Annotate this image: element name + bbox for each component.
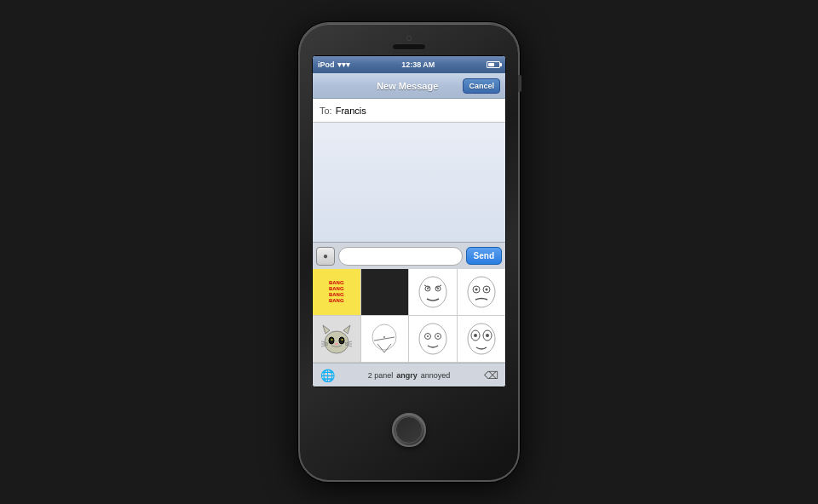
send-button[interactable]: Send xyxy=(466,247,502,265)
keyboard-bar: 🌐 2 panel angry annoyed ⌫ xyxy=(313,363,505,387)
sticker-bangbang[interactable]: BANGBANGBANGBANG xyxy=(313,269,361,315)
svg-point-11 xyxy=(485,289,487,291)
sticker-dark1[interactable] xyxy=(361,269,410,315)
message-input[interactable] xyxy=(338,247,463,266)
svg-point-40 xyxy=(486,334,489,337)
svg-point-4 xyxy=(437,288,439,289)
cat-meme xyxy=(313,316,360,362)
power-button[interactable] xyxy=(518,75,521,92)
ok-face xyxy=(409,316,457,362)
svg-point-17 xyxy=(331,339,332,341)
bangbang-meme: BANGBANGBANGBANG xyxy=(313,269,360,315)
nav-title: New Message xyxy=(352,81,463,91)
sticker-rage2[interactable] xyxy=(458,269,506,315)
sticker-stick2[interactable] xyxy=(361,316,410,362)
rage-face-svg xyxy=(416,273,450,311)
nav-bar: New Message Cancel xyxy=(313,73,505,99)
status-left: iPod ▾▾▾ xyxy=(318,60,350,69)
phone-device: iPod ▾▾▾ 12:38 AM New Message Cancel To:… xyxy=(298,22,520,482)
battery-icon xyxy=(487,61,500,68)
svg-point-27 xyxy=(383,336,385,338)
carrier-label: iPod xyxy=(318,60,335,69)
stick-svg xyxy=(367,320,401,358)
home-button-inner xyxy=(395,416,423,444)
to-value: Francis xyxy=(336,106,366,116)
tag-2panel: 2 panel xyxy=(368,371,394,380)
svg-point-18 xyxy=(341,339,343,341)
dark-meme xyxy=(361,269,409,315)
keyboard-tags: 2 panel angry annoyed xyxy=(368,371,451,380)
svg-point-7 xyxy=(468,277,495,307)
status-right xyxy=(487,61,500,68)
svg-point-35 xyxy=(437,335,439,337)
cancel-button[interactable]: Cancel xyxy=(463,78,500,94)
input-bar: ● Send xyxy=(313,242,505,269)
status-time: 12:38 AM xyxy=(401,60,435,69)
phone-bottom xyxy=(392,387,426,472)
battery-fill xyxy=(488,63,494,66)
svg-point-39 xyxy=(474,334,477,337)
ok-face-svg xyxy=(416,320,450,358)
svg-point-10 xyxy=(475,289,477,291)
speaker-camera-area xyxy=(392,36,426,50)
svg-point-16 xyxy=(339,337,344,344)
sticker-wide[interactable] xyxy=(458,316,506,362)
backspace-button[interactable]: ⌫ xyxy=(481,366,500,385)
to-label: To: xyxy=(320,106,332,116)
stick-meme xyxy=(361,316,409,362)
rage-face-2-svg xyxy=(464,273,498,311)
home-button[interactable] xyxy=(392,413,426,447)
status-bar: iPod ▾▾▾ 12:38 AM xyxy=(313,56,505,73)
cat-svg xyxy=(318,320,355,358)
svg-point-12 xyxy=(325,331,349,353)
camera-button[interactable]: ● xyxy=(316,247,335,266)
svg-marker-14 xyxy=(343,325,350,334)
phone-top xyxy=(307,32,511,52)
svg-point-3 xyxy=(427,288,429,289)
sticker-row-2 xyxy=(313,316,505,363)
phone-screen: iPod ▾▾▾ 12:38 AM New Message Cancel To:… xyxy=(312,55,506,387)
rage-face-2 xyxy=(458,269,506,315)
svg-point-31 xyxy=(419,324,446,354)
sticker-row-1: BANGBANGBANGBANG xyxy=(313,269,505,316)
tag-angry: angry xyxy=(396,371,418,380)
sticker-rage1[interactable] xyxy=(409,269,458,315)
globe-button[interactable]: 🌐 xyxy=(318,366,337,385)
tag-annoyed: annoyed xyxy=(421,371,451,380)
wide-face xyxy=(458,316,506,362)
rage-face-1 xyxy=(409,269,457,315)
to-field[interactable]: To: Francis xyxy=(313,99,505,123)
sticker-cat[interactable] xyxy=(313,316,361,362)
camera-dot xyxy=(406,36,412,41)
svg-point-19 xyxy=(335,343,338,346)
message-area[interactable] xyxy=(313,123,505,242)
svg-marker-13 xyxy=(323,325,330,334)
svg-point-34 xyxy=(427,335,429,337)
sticker-ok[interactable] xyxy=(409,316,458,362)
svg-point-0 xyxy=(419,277,446,307)
svg-point-15 xyxy=(329,337,334,344)
wide-face-svg xyxy=(464,320,498,358)
wifi-icon: ▾▾▾ xyxy=(337,60,350,69)
bangbang-text: BANGBANGBANGBANG xyxy=(329,280,344,305)
speaker-grille xyxy=(392,43,426,50)
